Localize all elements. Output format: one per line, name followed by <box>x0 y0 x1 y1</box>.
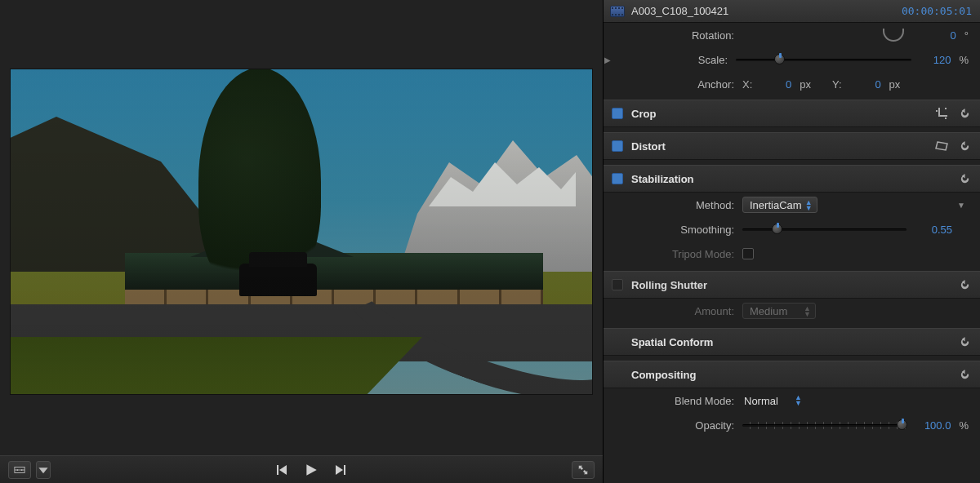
scale-row: ▶ Scale: 120 % <box>604 47 980 72</box>
stabilization-section[interactable]: Stabilization <box>604 165 980 193</box>
rotation-value[interactable]: 0 <box>933 29 956 42</box>
opacity-value[interactable]: 100.0 <box>911 419 951 432</box>
rs-amount-label: Amount: <box>604 305 742 317</box>
stabilization-enable-checkbox[interactable] <box>612 173 623 184</box>
stabilization-title: Stabilization <box>631 173 949 185</box>
prev-frame-button[interactable] <box>274 461 290 479</box>
opacity-slider[interactable] <box>742 419 906 432</box>
stab-method-value: InertiaCam <box>750 199 802 211</box>
stab-tripod-checkbox[interactable] <box>742 248 754 259</box>
blend-mode-row: Blend Mode: Normal ▲▼ <box>604 388 980 413</box>
stab-smoothing-label: Smoothing: <box>604 224 742 236</box>
crop-title: Crop <box>631 108 926 120</box>
timecode: 00:00:05:01 <box>902 5 972 17</box>
distort-enable-checkbox[interactable] <box>612 140 623 152</box>
anchor-x-value[interactable]: 0 <box>757 78 791 91</box>
clip-icon <box>610 6 625 17</box>
preview-grass <box>11 272 592 317</box>
svg-marker-12 <box>936 142 947 150</box>
compositing-reset-button[interactable] <box>957 367 972 382</box>
svg-marker-4 <box>38 467 47 473</box>
preview-vehicle <box>239 264 317 296</box>
rs-amount-value: Medium <box>750 305 787 317</box>
stab-method-label: Method: <box>604 199 742 211</box>
scale-unit: % <box>959 54 969 66</box>
svg-marker-10 <box>579 465 583 469</box>
viewer-top-spacer <box>0 0 603 69</box>
preview-building <box>125 208 543 290</box>
inspector-panel: A003_C108_100421 00:00:05:01 Rotation: 0… <box>603 0 980 483</box>
scale-slider[interactable] <box>736 53 911 66</box>
dropdown-caret-icon: ▲▼ <box>804 306 811 317</box>
preview-lawn <box>11 337 468 394</box>
svg-point-3 <box>21 469 23 471</box>
clip-appearance-menu[interactable] <box>36 461 51 479</box>
stab-method-dropdown[interactable]: InertiaCam ▲▼ <box>742 197 817 213</box>
blend-mode-label: Blend Mode: <box>604 395 742 407</box>
scale-value[interactable]: 120 <box>916 54 951 66</box>
preview-mountain-left <box>10 117 239 296</box>
next-frame-button[interactable] <box>332 461 349 479</box>
rolling-shutter-enable-checkbox[interactable] <box>612 279 623 290</box>
crop-section[interactable]: Crop <box>604 100 980 127</box>
rolling-shutter-title: Rolling Shutter <box>631 279 949 291</box>
dropdown-caret-icon: ▲▼ <box>805 200 813 211</box>
rotation-dial-icon[interactable] <box>883 29 904 42</box>
rolling-shutter-reset-button[interactable] <box>957 277 972 292</box>
svg-marker-9 <box>336 465 343 475</box>
rs-amount-row: Amount: Medium ▲▼ <box>604 299 980 323</box>
blend-mode-dropdown[interactable]: Normal ▲▼ <box>742 392 806 409</box>
svg-rect-5 <box>277 465 278 475</box>
scale-disclosure[interactable]: ▶ <box>604 55 612 64</box>
stab-tripod-label: Tripod Mode: <box>604 248 742 260</box>
svg-marker-11 <box>583 470 587 474</box>
stab-method-row: Method: InertiaCam ▲▼ ▼ <box>604 193 980 217</box>
viewer-panel <box>0 0 603 483</box>
distort-icon[interactable] <box>934 139 949 153</box>
transport-controls <box>274 461 349 479</box>
spatial-conform-section[interactable]: Spatial Conform <box>604 328 980 356</box>
play-button[interactable] <box>301 461 321 479</box>
preview-tree-trunk <box>252 251 266 296</box>
svg-marker-6 <box>279 465 287 475</box>
dropdown-caret-icon: ▲▼ <box>795 395 802 406</box>
stab-smoothing-slider[interactable] <box>742 223 906 236</box>
preview-sky <box>11 69 592 394</box>
stab-smoothing-value[interactable]: 0.55 <box>911 224 952 236</box>
preview-road-curve <box>321 218 593 395</box>
stab-smoothing-row: Smoothing: 0.55 <box>604 217 980 242</box>
crop-reset-button[interactable] <box>957 106 972 121</box>
app-root: A003_C108_100421 00:00:05:01 Rotation: 0… <box>0 0 980 483</box>
transport-bar <box>0 455 603 483</box>
anchor-y-label: Y: <box>832 78 842 91</box>
distort-title: Distort <box>631 140 926 153</box>
svg-rect-8 <box>344 465 345 475</box>
viewer-canvas[interactable] <box>10 69 593 395</box>
spatial-conform-reset-button[interactable] <box>957 335 972 349</box>
rolling-shutter-section[interactable]: Rolling Shutter <box>604 271 980 299</box>
stabilization-reset-button[interactable] <box>957 171 972 186</box>
distort-section[interactable]: Distort <box>604 132 980 160</box>
crop-enable-checkbox[interactable] <box>612 108 623 119</box>
distort-reset-button[interactable] <box>957 139 972 153</box>
inspector-scroll[interactable]: Rotation: 0 ° ▶ Scale: 120 <box>604 23 980 483</box>
fullscreen-button[interactable] <box>572 461 595 479</box>
compositing-section[interactable]: Compositing <box>604 361 980 388</box>
rotation-label: Rotation: <box>604 29 742 42</box>
anchor-row: Anchor: X: 0 px Y: 0 px <box>604 72 980 96</box>
svg-point-2 <box>17 469 19 471</box>
opacity-label: Opacity: <box>604 419 742 432</box>
preview-tree <box>198 69 321 296</box>
anchor-y-value[interactable]: 0 <box>847 78 881 91</box>
svg-marker-7 <box>306 464 316 476</box>
stab-tripod-row: Tripod Mode: <box>604 242 980 266</box>
preview-road <box>11 304 592 361</box>
compositing-title: Compositing <box>631 369 949 381</box>
anchor-label: Anchor: <box>604 78 742 91</box>
preview-snow <box>429 157 576 206</box>
clip-appearance-button[interactable] <box>8 461 31 479</box>
spatial-conform-title: Spatial Conform <box>631 336 949 348</box>
stab-method-expand[interactable]: ▼ <box>957 201 969 210</box>
anchor-x-label: X: <box>742 78 752 91</box>
crop-icon[interactable] <box>934 106 949 121</box>
